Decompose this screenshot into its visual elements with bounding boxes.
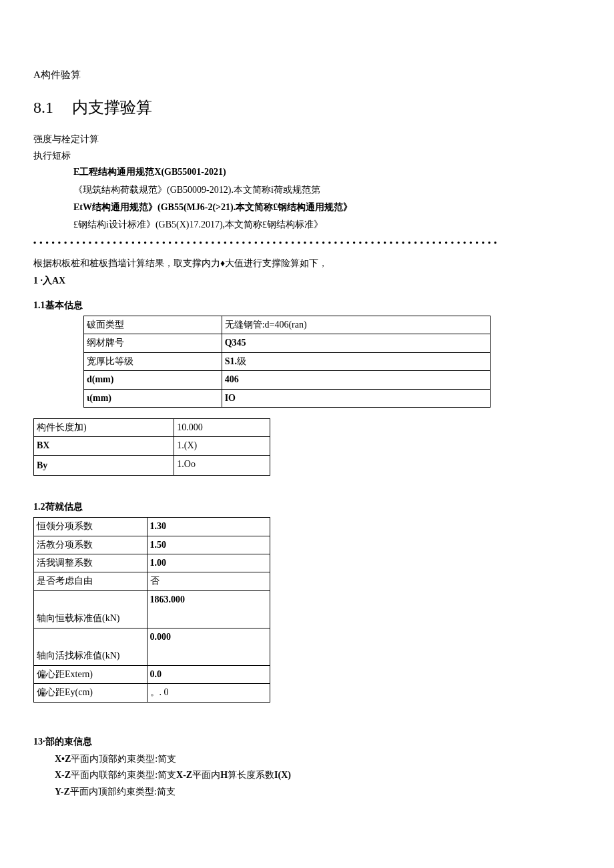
subtitle-strength: 强度与栓定计算 [33,132,581,147]
table-row: 轴向恒载标准值(kN)1863.000 [34,590,270,628]
section-title-text: 内支撑验算 [72,99,152,116]
table-row: 破面类型无缝钢管:d=406(ran) [84,316,491,334]
table-row: 活我调整系数1.00 [34,554,270,572]
table-row: 构件长度加)10.000 [34,419,270,437]
separator-dots: • • • • • • • • • • • • • • • • • • • • … [33,237,581,250]
constraint-2: X-Z平面内联部约束类型:简支X-Z平面内H算长度系数I(X) [55,768,581,783]
constraint-3: Y-Z平面内顶部约束类型:简支 [55,785,581,799]
table-row: 活教分项系数1.50 [34,536,270,554]
title-a: A构件验算 [33,67,581,83]
standard-3: EtW结构通用规范》(GB55(MJ6-2(>21).本文简称£钢结构通用规范》 [73,200,581,215]
section-number: 8.1 [33,99,53,116]
member-info-table: 构件长度加)10.000 BX1.(X) By1.Oo [33,418,270,476]
standards-list: E工程结构通用规范X(GB55001-2021) 《现筑结构荷载规范》(GB50… [33,165,581,233]
basic-info-table: 破面类型无缝钢管:d=406(ran) 纲材牌号Q345 宽厚比等级S1.级 d… [83,316,491,408]
table-row: 轴向活找标准值(kN)0.000 [34,628,270,665]
table-row: 恒领分项系数1.30 [34,518,270,536]
table-row: BX1.(X) [34,437,270,455]
table-row: 是否考虑自由否 [34,572,270,590]
standard-1: E工程结构通用规范X(GB55001-2021) [73,165,581,179]
section-8-1-title: 8.1内支撑验算 [33,95,581,120]
intro-paragraph: 根据枳板桩和桩板挡墙计算结果，取支撑内力♦大值进行支撑险算如下， [33,256,581,271]
load-info-table: 恒领分项系数1.30 活教分项系数1.50 活我调整系数1.00 是否考虑自由否… [33,517,270,702]
table-row: d(mm)406 [84,371,491,389]
table-row: 纲材牌号Q345 [84,334,491,352]
table-row: By1.Oo [34,455,270,475]
section-1-2-label: 1.2荷就估息 [33,500,581,514]
table-row: 宽厚比等级S1.级 [84,352,491,370]
section-1-1-label: 1.1基本估息 [33,298,581,313]
standard-2: 《现筑结构荷载规范》(GB50009-2012).本文简称i荷或规范第 [73,183,581,197]
constraints-list: X•Z平面内顶部妁束类型:简支 X-Z平面内联部约束类型:简支X-Z平面内H算长… [33,752,581,799]
constraint-1: X•Z平面内顶部妁束类型:简支 [55,752,581,767]
table-row: 偏心距Ey(cm)。. 0 [34,684,270,702]
table-row: ι(mm)IO [84,389,491,407]
section-1-3-label: 13·部的束信息 [33,735,581,749]
table-row: 偏心距Extern)0.0 [34,665,270,683]
standard-4: £钢结构i设计标准》(GB5(X)17.2017),本文简称£钢结构标准》 [73,218,581,232]
exec-standard-label: 执行短标 [33,149,581,163]
section-1-label: 1 ·入AX [33,274,581,288]
